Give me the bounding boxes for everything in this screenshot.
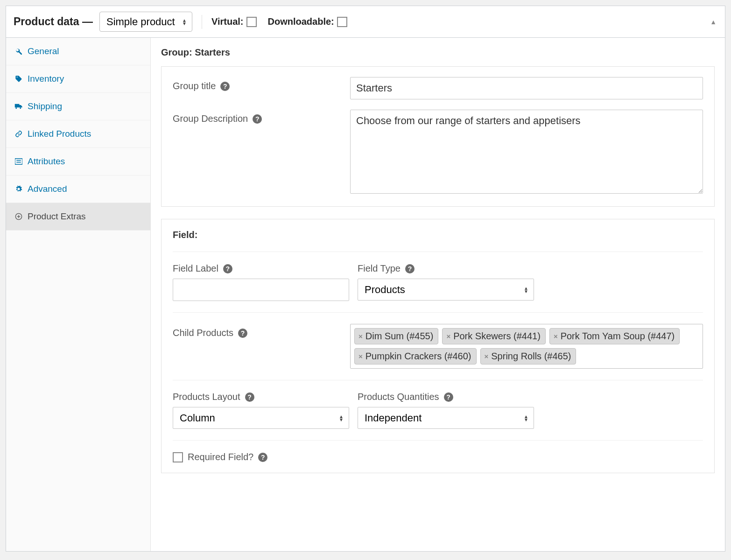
help-icon[interactable]: ? xyxy=(238,329,247,338)
group-title-input[interactable] xyxy=(350,77,703,99)
panel-header: Product data — Simple product ▲▼ Virtual… xyxy=(6,6,725,38)
sidebar-item-product-extras[interactable]: Product Extras xyxy=(6,203,150,231)
row-child-products: Child Products ? × Dim Sum (#455) × Pork… xyxy=(173,324,703,369)
group-heading: Group: Starters xyxy=(161,47,715,58)
sidebar-item-label: Linked Products xyxy=(28,129,91,139)
sidebar-item-label: General xyxy=(28,46,59,56)
child-products-label: Child Products ? xyxy=(173,324,350,338)
products-quantities-select[interactable]: Independent xyxy=(358,407,534,429)
sidebar-item-linked-products[interactable]: Linked Products xyxy=(6,120,150,148)
help-icon[interactable]: ? xyxy=(405,264,415,273)
list-icon xyxy=(14,158,23,165)
sidebar-item-attributes[interactable]: Attributes xyxy=(6,148,150,175)
help-icon[interactable]: ? xyxy=(220,82,230,91)
row-group-description: Group Description ? xyxy=(173,110,703,196)
products-layout-select[interactable]: Column xyxy=(173,407,349,429)
sidebar: General Inventory Shipping Linked Produc… xyxy=(6,38,151,551)
wrench-icon xyxy=(14,48,23,55)
group-description-label: Group Description ? xyxy=(173,110,350,124)
truck-icon xyxy=(14,103,23,110)
downloadable-label: Downloadable: xyxy=(268,16,334,27)
group-box: Group title ? Group Description ? xyxy=(161,66,715,207)
help-icon[interactable]: ? xyxy=(444,392,453,402)
sidebar-item-advanced[interactable]: Advanced xyxy=(6,175,150,203)
divider xyxy=(173,312,703,313)
product-data-panel: Product data — Simple product ▲▼ Virtual… xyxy=(6,6,725,552)
field-label-input[interactable] xyxy=(173,279,349,301)
group-title-label: Group title ? xyxy=(173,77,350,91)
products-quantities-label: Products Quantities ? xyxy=(358,392,534,402)
plus-circle-icon xyxy=(14,213,23,220)
tag-remove-icon[interactable]: × xyxy=(554,332,558,340)
product-tag: × Spring Rolls (#465) xyxy=(480,348,576,364)
help-icon[interactable]: ? xyxy=(253,114,262,124)
products-layout-label: Products Layout ? xyxy=(173,392,349,402)
virtual-checkbox[interactable] xyxy=(246,17,257,27)
product-tag: × Pork Tom Yam Soup (#447) xyxy=(549,328,680,344)
tag-remove-icon[interactable]: × xyxy=(485,352,489,360)
content-area: Group: Starters Group title ? Group Desc… xyxy=(151,38,725,551)
help-icon[interactable]: ? xyxy=(245,392,254,402)
sidebar-item-label: Shipping xyxy=(28,101,62,112)
product-type-select-wrap: Simple product ▲▼ xyxy=(99,12,192,32)
group-description-textarea[interactable] xyxy=(350,110,703,194)
panel-title: Product data — xyxy=(14,15,93,28)
collapse-icon[interactable]: ▲ xyxy=(710,18,717,26)
required-label: Required Field? xyxy=(188,452,253,462)
required-field-row: Required Field? ? xyxy=(173,452,703,462)
panel-body: General Inventory Shipping Linked Produc… xyxy=(6,38,725,551)
sidebar-item-inventory[interactable]: Inventory xyxy=(6,65,150,93)
child-products-input[interactable]: × Dim Sum (#455) × Pork Skewers (#441) ×… xyxy=(350,324,703,369)
link-icon xyxy=(14,130,23,138)
tag-remove-icon[interactable]: × xyxy=(358,332,363,340)
help-icon[interactable]: ? xyxy=(258,453,267,462)
tag-remove-icon[interactable]: × xyxy=(446,332,450,340)
downloadable-toggle[interactable]: Downloadable: xyxy=(268,16,347,27)
gear-icon xyxy=(14,185,23,193)
sidebar-item-label: Product Extras xyxy=(28,211,86,222)
product-tag: × Pumpkin Crackers (#460) xyxy=(354,348,477,364)
product-tag: × Dim Sum (#455) xyxy=(354,328,438,344)
sidebar-item-label: Attributes xyxy=(28,156,65,167)
row-group-title: Group title ? xyxy=(173,77,703,99)
vertical-separator xyxy=(202,15,202,29)
layout-qty-row: Products Layout ? Column ▲▼ Products Q xyxy=(173,392,703,429)
downloadable-checkbox[interactable] xyxy=(337,17,347,27)
sidebar-item-shipping[interactable]: Shipping xyxy=(6,93,150,120)
help-icon[interactable]: ? xyxy=(223,264,232,273)
virtual-toggle[interactable]: Virtual: xyxy=(211,16,257,27)
required-checkbox[interactable] xyxy=(173,452,183,462)
divider xyxy=(173,380,703,380)
field-box: Field: Field Label ? Field Type ? xyxy=(161,219,715,473)
svg-rect-0 xyxy=(15,159,22,165)
virtual-label: Virtual: xyxy=(211,16,244,27)
field-heading: Field: xyxy=(173,230,703,240)
divider xyxy=(173,252,703,252)
divider xyxy=(173,440,703,441)
product-tag: × Pork Skewers (#441) xyxy=(442,328,546,344)
field-type-select[interactable]: Products xyxy=(358,279,534,301)
sidebar-item-general[interactable]: General xyxy=(6,38,150,65)
field-type-label: Field Type ? xyxy=(358,263,534,274)
panel-title-wrap: Product data — Simple product ▲▼ xyxy=(14,12,192,32)
sidebar-item-label: Advanced xyxy=(28,184,67,194)
tag-icon xyxy=(14,75,23,83)
field-label-type-row: Field Label ? Field Type ? Products xyxy=(173,263,703,301)
tag-remove-icon[interactable]: × xyxy=(358,352,363,360)
field-label-label: Field Label ? xyxy=(173,263,349,274)
product-type-select[interactable]: Simple product xyxy=(99,12,192,32)
sidebar-item-label: Inventory xyxy=(28,74,64,84)
